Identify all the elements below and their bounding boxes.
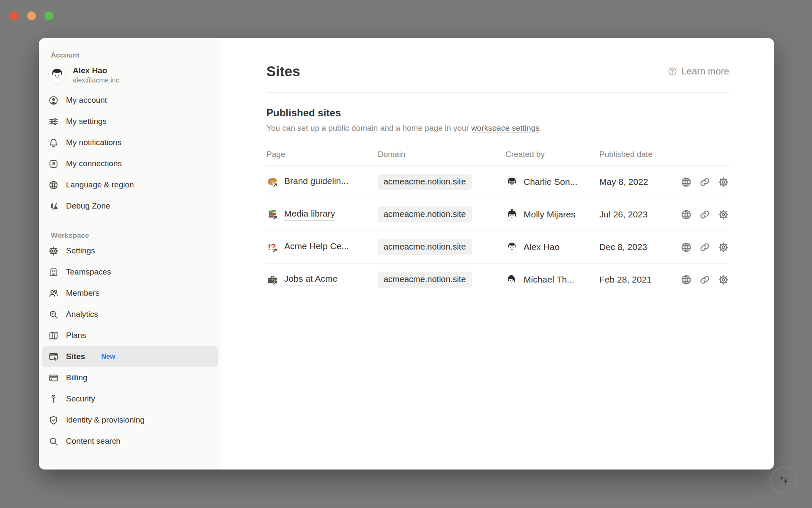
creator-name: Alex Hao xyxy=(524,242,560,252)
shapes-icon xyxy=(48,201,59,211)
column-header-created-by: Created by xyxy=(505,150,599,159)
sidebar-item-my-account[interactable]: My account xyxy=(42,90,218,111)
site-row: Acme Help Ce... acmeacme.notion.site Ale… xyxy=(266,231,729,264)
view-site-globe-button[interactable] xyxy=(680,209,692,220)
page-link[interactable]: Media library xyxy=(284,209,335,221)
sidebar-item-teamspaces[interactable]: Teamspaces xyxy=(42,261,218,283)
sidebar-profile-item[interactable]: Alex Hao alex@acme.inc xyxy=(42,60,218,90)
ai-assistant-button[interactable] xyxy=(771,467,797,494)
creator-avatar xyxy=(505,176,518,189)
new-badge: New xyxy=(97,351,119,362)
page-link[interactable]: Brand guidelin... xyxy=(284,176,348,188)
sidebar-item-debug-zone[interactable]: Debug Zone xyxy=(42,195,218,217)
sidebar-item-content-search[interactable]: Content search xyxy=(42,431,218,452)
published-date: Dec 8, 2023 xyxy=(599,242,666,252)
published-sites-heading: Published sites xyxy=(266,106,729,120)
settings-sidebar: Account Alex Hao alex@acme.inc My accoun… xyxy=(39,38,221,470)
view-site-globe-button[interactable] xyxy=(680,176,692,188)
minimize-window-button[interactable] xyxy=(27,11,36,20)
header-divider xyxy=(266,92,729,93)
sidebar-item-identity-provisioning[interactable]: Identity & provisioning xyxy=(42,409,218,431)
creator-name: Michael Th... xyxy=(524,275,574,285)
people-icon xyxy=(48,288,59,299)
workspace-section-label: Workspace xyxy=(42,231,218,240)
copy-link-button[interactable] xyxy=(699,176,710,188)
sidebar-item-plans[interactable]: Plans xyxy=(42,325,218,346)
published-date: May 8, 2022 xyxy=(599,177,666,187)
user-avatar xyxy=(48,66,66,84)
column-header-page: Page xyxy=(266,150,378,159)
browser-cursor-icon xyxy=(48,351,59,362)
site-settings-gear-button[interactable] xyxy=(718,176,729,188)
column-header-domain: Domain xyxy=(378,150,505,159)
shield-check-icon xyxy=(48,415,59,426)
bell-icon xyxy=(48,137,59,148)
zoom-window-button[interactable] xyxy=(44,11,53,20)
creator-avatar xyxy=(505,273,518,286)
window-controls xyxy=(10,11,53,20)
site-row: Jobs at Acme acmeacme.notion.site Michae… xyxy=(266,264,729,296)
magnifier-plus-icon xyxy=(48,309,59,320)
sparkles-icon xyxy=(776,473,791,488)
workspace-settings-link[interactable]: workspace settings xyxy=(471,124,540,132)
sidebar-item-my-settings[interactable]: My settings xyxy=(42,111,218,132)
page-title: Sites xyxy=(266,63,300,80)
published-sites-description: You can set up a public domain and a hom… xyxy=(266,123,729,134)
magnifier-icon xyxy=(48,436,59,447)
page-link[interactable]: Jobs at Acme xyxy=(284,274,337,286)
person-circle-icon xyxy=(48,95,59,106)
sidebar-item-sites[interactable]: Sites New xyxy=(42,346,218,367)
sidebar-item-security[interactable]: Security xyxy=(42,388,218,409)
view-site-globe-button[interactable] xyxy=(680,242,692,253)
view-site-globe-button[interactable] xyxy=(680,274,692,286)
published-date: Feb 28, 2021 xyxy=(599,275,666,285)
domain-pill[interactable]: acmeacme.notion.site xyxy=(378,272,472,288)
map-icon xyxy=(48,330,59,341)
arrow-up-right-square-icon xyxy=(48,159,59,169)
sidebar-item-settings[interactable]: Settings xyxy=(42,240,218,261)
sliders-icon xyxy=(48,116,59,127)
gear-icon xyxy=(48,246,59,256)
creator-avatar xyxy=(505,208,518,221)
help-circle-icon xyxy=(667,66,678,77)
creator-avatar xyxy=(505,241,518,254)
published-date: Jul 26, 2023 xyxy=(599,209,666,220)
domain-pill[interactable]: acmeacme.notion.site xyxy=(378,206,472,222)
account-section-label: Account xyxy=(42,51,218,60)
credit-card-icon xyxy=(48,373,59,383)
copy-link-button[interactable] xyxy=(699,242,710,253)
close-window-button[interactable] xyxy=(10,11,19,20)
site-row: Brand guidelin... acmeacme.notion.site C… xyxy=(266,166,729,198)
globe-icon xyxy=(48,180,59,190)
site-settings-gear-button[interactable] xyxy=(718,242,729,253)
page-link[interactable]: Acme Help Ce... xyxy=(284,241,349,253)
palette-emoji-icon xyxy=(266,176,279,188)
sidebar-item-my-notifications[interactable]: My notifications xyxy=(42,132,218,153)
column-header-published-date: Published date xyxy=(599,150,666,159)
copy-link-button[interactable] xyxy=(699,209,710,220)
profile-name: Alex Hao xyxy=(73,65,119,76)
settings-dialog: Account Alex Hao alex@acme.inc My accoun… xyxy=(39,38,774,470)
books-emoji-icon xyxy=(266,209,279,221)
sites-settings-panel: Sites Learn more Published sites You can… xyxy=(221,38,774,470)
sidebar-item-analytics[interactable]: Analytics xyxy=(42,304,218,325)
creator-name: Charlie Son... xyxy=(524,177,577,187)
site-settings-gear-button[interactable] xyxy=(718,209,729,220)
domain-pill[interactable]: acmeacme.notion.site xyxy=(378,239,472,255)
copy-link-button[interactable] xyxy=(699,274,710,286)
briefcase-emoji-icon xyxy=(266,274,279,286)
creator-name: Molly Mijares xyxy=(524,209,576,220)
interrobang-emoji-icon xyxy=(266,241,279,253)
site-settings-gear-button[interactable] xyxy=(718,274,729,286)
sidebar-item-billing[interactable]: Billing xyxy=(42,367,218,388)
sidebar-item-my-connections[interactable]: My connections xyxy=(42,153,218,174)
published-sites-table: Page Domain Created by Published date Br… xyxy=(266,150,729,296)
profile-email: alex@acme.inc xyxy=(73,76,119,85)
table-header-row: Page Domain Created by Published date xyxy=(266,150,729,166)
domain-pill[interactable]: acmeacme.notion.site xyxy=(378,174,472,190)
sidebar-item-members[interactable]: Members xyxy=(42,283,218,304)
key-icon xyxy=(48,394,59,404)
building-icon xyxy=(48,267,59,277)
learn-more-link[interactable]: Learn more xyxy=(667,66,729,77)
sidebar-item-language-region[interactable]: Language & region xyxy=(42,174,218,195)
